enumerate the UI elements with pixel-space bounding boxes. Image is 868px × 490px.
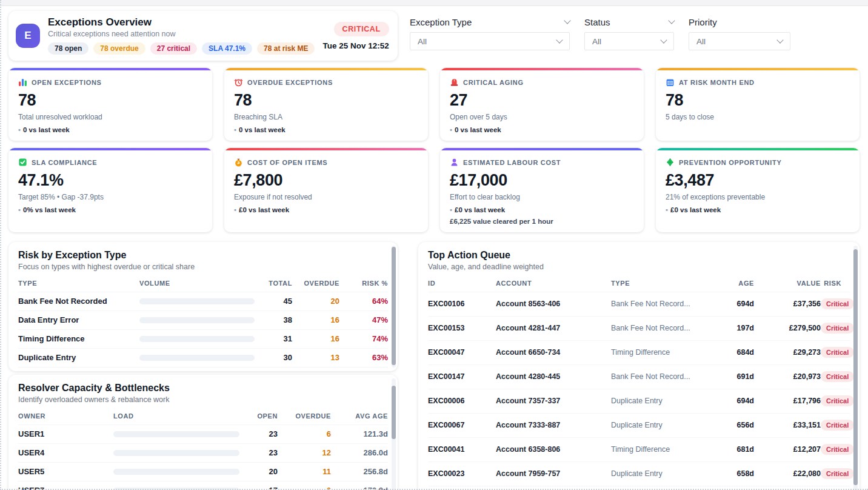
kpi-card: SLA COMPLIANCE 47.1% Target 85% • Gap -3… xyxy=(8,148,212,232)
account-name: Account 6358-806 xyxy=(496,445,611,454)
table-row[interactable]: EXC00153 Account 4281-447 Bank Fee Not R… xyxy=(428,316,850,340)
kpi-subtitle: Open over 5 days xyxy=(450,113,634,121)
filter-select[interactable]: All xyxy=(689,32,790,50)
account-name: Account 7333-887 xyxy=(496,421,611,429)
table-row[interactable]: Timing Difference 31 16 74% xyxy=(18,329,388,348)
kpi-delta: •0 vs last week xyxy=(18,126,202,133)
load-bar xyxy=(113,431,239,437)
risk-badge: Critical xyxy=(821,298,854,309)
kpi-value: 78 xyxy=(234,91,418,110)
money-value: £37,356 xyxy=(754,300,821,308)
scrollbar-track xyxy=(392,378,396,490)
exception-id: EXC00067 xyxy=(428,421,496,429)
table-row[interactable]: USER7 17 6 173.8d xyxy=(18,481,388,490)
age-value: 658d xyxy=(720,469,754,478)
kpi-value: 47.1% xyxy=(18,171,202,190)
money-value: £17,796 xyxy=(754,397,821,405)
table-row[interactable]: Bank Fee Not Recorded 45 20 64% xyxy=(18,292,388,310)
age-value: 694d xyxy=(720,300,754,308)
exception-type: Bank Fee Not Recorded xyxy=(18,297,139,306)
table-row[interactable]: EXC00041 Account 6358-806 Timing Differe… xyxy=(428,437,850,461)
avg-age: 256.8d xyxy=(331,467,388,476)
volume-bar xyxy=(139,355,255,361)
table-row[interactable]: EXC00106 Account 8563-406 Bank Fee Not R… xyxy=(428,292,850,316)
kpi-value: £7,800 xyxy=(234,171,418,190)
money-value: £22,080 xyxy=(754,469,821,478)
header-stat-badge: 78 at risk ME xyxy=(257,42,315,55)
kpi-subtitle: Total unresolved workload xyxy=(18,113,202,121)
total-value: 31 xyxy=(255,334,292,343)
table-row[interactable]: EXC00047 Account 6650-734 Timing Differe… xyxy=(428,340,850,364)
overview-header-card: E Exceptions Overview Critical exception… xyxy=(8,11,398,61)
volume-bar xyxy=(139,317,255,323)
kpi-delta: •£0 vs last week xyxy=(666,206,850,213)
exception-id: EXC00147 xyxy=(428,372,496,381)
table-row[interactable]: EXC00006 Account 7357-337 Duplicate Entr… xyxy=(428,389,850,413)
table-row[interactable]: Duplicate Entry 30 13 63% xyxy=(18,348,388,367)
account-name: Account 4281-447 xyxy=(496,324,611,332)
overdue-value: 16 xyxy=(292,334,339,343)
table-row[interactable]: EXC00027 Account 8812-319 Missing Transa… xyxy=(428,486,850,490)
kpi-extra-note: £6,225 value cleared per 1 hour xyxy=(450,218,634,225)
overdue-count: 6 xyxy=(278,486,331,490)
filter-select[interactable]: All xyxy=(584,32,674,50)
table-row[interactable]: USER5 20 11 256.8d xyxy=(18,462,388,481)
filter-bar: Exception Type All Status All xyxy=(410,11,790,50)
kpi-delta: •£0 vs last week xyxy=(234,206,418,213)
age-value: 681d xyxy=(720,445,754,454)
table-row[interactable]: Data Entry Error 38 16 47% xyxy=(18,310,388,329)
account-name: Account 8563-406 xyxy=(496,300,611,308)
table-row[interactable]: USER1 23 6 121.3d xyxy=(18,425,388,443)
overdue-count: 12 xyxy=(278,448,331,457)
overdue-value: 13 xyxy=(292,353,339,362)
kpi-card: OPEN EXCEPTIONS 78 Total unresolved work… xyxy=(8,68,212,141)
person-icon xyxy=(450,158,459,167)
risk-by-type-panel: Risk by Exception Type Focus on types wi… xyxy=(8,242,398,371)
kpi-card: CRITICAL AGING 27 Open over 5 days •0 vs… xyxy=(440,68,644,141)
table-row[interactable]: USER4 23 12 286.0d xyxy=(18,443,388,462)
total-value: 45 xyxy=(255,297,292,306)
avg-age: 173.8d xyxy=(331,486,388,490)
open-count: 23 xyxy=(239,429,278,438)
filter-label: Priority xyxy=(689,17,717,27)
filter: Status All xyxy=(584,15,674,50)
header-row: E Exceptions Overview Critical exception… xyxy=(0,6,868,61)
exception-id: EXC00023 xyxy=(428,469,496,478)
chevron-down-icon xyxy=(556,36,563,43)
risk-badge: Critical xyxy=(821,468,854,479)
volume-bar xyxy=(139,336,255,342)
table-row[interactable]: EXC00147 Account 4280-445 Bank Fee Not R… xyxy=(428,364,850,389)
panel-subtitle: Focus on types with highest overdue or c… xyxy=(18,263,388,271)
exception-id: EXC00006 xyxy=(428,397,496,405)
table-row[interactable]: Missing Transaction 26 13 62% xyxy=(18,367,388,371)
chevron-down-icon[interactable] xyxy=(668,17,675,24)
owner-name: USER5 xyxy=(18,467,113,476)
scrollbar-thumb[interactable] xyxy=(392,247,396,365)
kpi-subtitle: Breaching SLA xyxy=(234,113,418,121)
risk-badge: Critical xyxy=(821,347,854,358)
timestamp: Tue 25 Nov 12:52 xyxy=(322,41,389,50)
filter: Exception Type All xyxy=(410,15,570,50)
scrollbar-thumb[interactable] xyxy=(853,249,858,485)
load-bar xyxy=(113,469,239,475)
age-value: 684d xyxy=(720,348,754,357)
table-row[interactable]: EXC00023 Account 7959-757 Duplicate Entr… xyxy=(428,461,850,486)
header-stat-badges: 78 open 78 overdue 27 critical SLA 47.1%… xyxy=(48,42,315,55)
risk-percent: 63% xyxy=(339,353,388,362)
filter-select[interactable]: All xyxy=(410,32,570,50)
scrollbar-thumb[interactable] xyxy=(392,386,396,439)
filter-label: Exception Type xyxy=(410,17,472,27)
risk-badge: Critical xyxy=(821,444,854,455)
kpi-label: PREVENTION OPPORTUNITY xyxy=(679,159,781,166)
kpi-subtitle: Target 85% • Gap -37.9pts xyxy=(18,193,202,201)
check-square-icon xyxy=(18,158,27,167)
kpi-delta: •0% vs last week xyxy=(18,206,202,213)
table-row[interactable]: EXC00067 Account 7333-887 Duplicate Entr… xyxy=(428,413,850,437)
header-stat-badge: SLA 47.1% xyxy=(202,42,252,55)
table-header: ID ACCOUNT TYPE AGE VALUE RISK xyxy=(428,276,850,292)
exception-type: Duplicate Entry xyxy=(611,469,720,478)
exception-type: Bank Fee Not Record... xyxy=(611,300,720,308)
chevron-down-icon[interactable] xyxy=(564,17,570,24)
exception-type: Duplicate Entry xyxy=(611,421,720,429)
kpi-subtitle: Exposure if not resolved xyxy=(234,193,418,201)
